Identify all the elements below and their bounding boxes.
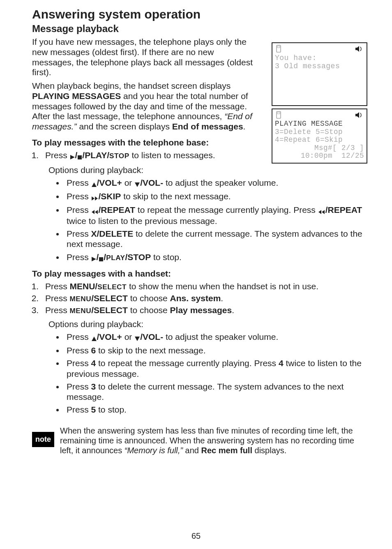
text-bold: /PLAY/ [82, 150, 109, 160]
screen-line: PLAYING MESSAGE [275, 120, 364, 128]
svg-marker-5 [95, 196, 98, 201]
text: to repeat the message currently playing.… [135, 205, 318, 215]
text-bold: /REPEAT [99, 205, 135, 215]
screen-line: Msg#[ 2/3 ] [275, 144, 364, 152]
svg-marker-0 [70, 155, 75, 159]
handset-icon [276, 111, 281, 120]
list-item: Press //PLAY/STOP to stop. [64, 252, 368, 263]
screen-line: 3 Old messages [275, 62, 364, 70]
text-bold: X/DELETE [91, 229, 134, 238]
list-item: Press 4 to repeat the message currently … [64, 358, 368, 378]
svg-marker-12 [92, 337, 97, 341]
list-item: Press X/DELETE to delete the current mes… [64, 228, 368, 249]
text-bold: 5 [91, 405, 96, 414]
options-label: Options during playback: [48, 319, 368, 329]
text: to adjust the speaker volume. [163, 332, 278, 341]
text: to skip to the next message. [96, 346, 205, 355]
svg-marker-3 [135, 182, 140, 187]
text: Press [45, 305, 70, 315]
options-label: Options during playback: [48, 165, 368, 175]
handset-screen-2: PLAYING MESSAGE 3=Delete 5=Stop 4=Repeat… [272, 108, 367, 164]
handset-icon [276, 45, 281, 54]
text: Press [67, 382, 91, 391]
list-item: Press /SKIP to skip to the next message. [64, 191, 368, 202]
text-italic: “Memory is full,” [125, 446, 183, 455]
list-handset-options: Press /VOL+ or /VOL- to adjust the speak… [53, 332, 368, 415]
text: to listen to messages. [129, 150, 215, 160]
screen-line: You have: [275, 54, 364, 62]
text: Press [67, 346, 91, 355]
svg-marker-13 [135, 337, 140, 341]
text: . [221, 293, 223, 303]
rewind-icon [91, 205, 99, 216]
svg-rect-11 [99, 257, 103, 261]
text: If you have new messages, the telephone … [32, 37, 253, 77]
svg-rect-15 [277, 46, 280, 48]
down-arrow-icon [134, 332, 140, 343]
list-item: Press 5 to stop. [64, 404, 368, 415]
text-bold: MENU/ [70, 281, 98, 291]
svg-marker-2 [92, 182, 97, 187]
list-item: Press MENU/SELECT to choose Play message… [41, 305, 368, 315]
text-bold: End of messages [172, 122, 243, 131]
text-smallcaps: STOP [109, 152, 129, 160]
play-icon [91, 253, 97, 263]
text-bold: /SELECT [91, 293, 128, 303]
text-smallcaps: MENU [70, 295, 92, 303]
text-bold: Play messages [170, 305, 232, 315]
text: or [122, 332, 134, 341]
screen-mocks: You have: 3 Old messages PLAYING MESSAGE… [272, 42, 369, 166]
text-bold: /STOP [125, 252, 151, 262]
page-number: 65 [0, 531, 392, 541]
handset-screen-1: You have: 3 Old messages [272, 42, 367, 106]
speaker-icon [355, 46, 363, 53]
text-bold: /SELECT [91, 305, 128, 315]
text: to choose [128, 293, 170, 303]
text-bold: /VOL- [140, 178, 163, 187]
list-item: Press /VOL+ or /VOL- to adjust the speak… [64, 178, 368, 189]
screen-line: 3=Delete 5=Stop [275, 128, 364, 136]
text: Press [67, 178, 91, 187]
text-bold: 6 [91, 346, 96, 355]
svg-marker-10 [92, 257, 96, 261]
svg-marker-8 [318, 210, 321, 214]
text: Press [67, 252, 91, 262]
up-arrow-icon [91, 178, 97, 189]
stop-icon [77, 151, 82, 161]
svg-marker-6 [92, 210, 95, 214]
note-block: note When the answering system has less … [32, 426, 368, 455]
text: twice to listen to the previous message. [67, 216, 217, 226]
text: Press [45, 150, 70, 160]
text: . [232, 305, 234, 315]
text-bold: /REPEAT [325, 205, 362, 215]
text: Press [67, 229, 91, 238]
text: Press [45, 281, 70, 291]
text-bold: PLAYING MESSAGES [32, 91, 121, 101]
text: Press [67, 358, 91, 368]
svg-marker-16 [355, 46, 359, 52]
text: to stop. [96, 405, 127, 414]
text: . [243, 122, 246, 131]
intro-para-1: If you have new messages, the telephone … [32, 37, 256, 78]
text: Press [67, 205, 91, 215]
down-arrow-icon [134, 178, 140, 189]
text: and the screen displays [77, 122, 172, 131]
list-item: Press MENU/SELECT to choose Ans. system. [41, 293, 368, 303]
text: to skip to the next message. [121, 191, 231, 201]
text: to stop. [151, 252, 182, 262]
screen-line: 4=Repeat 6=Skip [275, 136, 364, 144]
list-base-options: Press /VOL+ or /VOL- to adjust the speak… [53, 178, 368, 263]
speaker-icon [355, 112, 363, 120]
text-bold: Ans. system [170, 293, 221, 303]
text-smallcaps: PLAY [106, 254, 125, 262]
play-icon [70, 151, 75, 161]
note-badge: note [32, 432, 54, 447]
text: When playback begins, the handset screen… [32, 81, 231, 90]
svg-rect-18 [277, 112, 280, 114]
text: Press [67, 405, 91, 414]
text-bold: /VOL+ [97, 332, 122, 341]
list-handset-steps: Press MENU/SELECT to show the menu when … [32, 281, 368, 316]
text: to choose [128, 305, 170, 315]
fast-forward-icon [91, 192, 99, 202]
svg-marker-4 [92, 196, 95, 201]
